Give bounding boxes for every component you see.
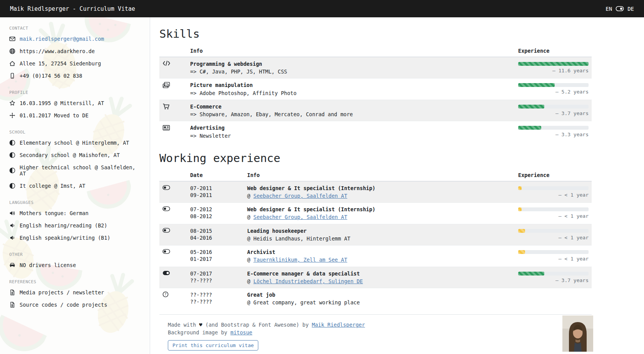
car-icon [9,262,15,268]
school-text: Higher technical school @ Saalfelden, AT [20,164,141,177]
experience-years: – < 1 year [518,213,589,219]
company-link[interactable]: Löchel Industriebedarf, Sulingen DE [253,278,363,284]
working-experience-table: Date Info Experience 07-2011 09-2011 Web… [159,169,592,309]
portrait-photo [562,316,593,352]
work-row: 08-2015 04-2016 Leading housekeeper @ He… [159,224,592,245]
watermelon-graphic [0,312,48,354]
language-switch[interactable]: EN DE [606,6,634,12]
email-link[interactable]: maik.riedlsperger@gmail.com [20,36,104,42]
background-credit-link[interactable]: mitosue [231,329,253,336]
work-row: 05-2016 01-2017 Archivist @ Tauernklinik… [159,245,592,267]
arrows-icon [9,112,15,119]
question-circle-icon: ? [162,291,169,297]
work-row: 07-2011 09-2011 Web designer & It specia… [159,181,592,203]
at-symbol: @ [247,299,250,306]
toggle-off-icon [162,206,170,212]
sidebar-section-references: REFERENCES Media projects / newsletter S… [9,279,141,311]
main-content: Skills Info Experience Programming & web… [150,17,644,354]
date-to: 04-2016 [190,234,241,241]
print-button[interactable]: Print this curriculum vitae [168,340,258,351]
experience-col-info: Info [244,169,515,181]
job-title: Leading housekeeper [247,227,512,234]
experience-years: – < 1 year [518,256,589,262]
company-link[interactable]: Seebacher Group, Saalfelden AT [253,214,347,220]
images-icon [162,82,170,88]
app-title: Maik Riedlsperger - Curriculum Vitae [10,5,135,12]
date-to: 01-2017 [190,255,241,262]
skills-col-experience: Experience [515,45,592,57]
skill-row-picture: Picture manipulation => Adobe Photoshop,… [159,78,592,100]
experience-bar [518,126,589,130]
file-icon [9,302,15,308]
experience-years: – 5.2 years [518,89,589,95]
sidebar-item-reference-media: Media projects / newsletter [9,286,141,299]
company-link[interactable]: Tauernklinikum, Zell am See AT [253,257,347,263]
at-symbol: @ [247,257,250,263]
company-link[interactable]: Seebacher Group, Saalfelden AT [253,193,347,199]
experience-bar [518,186,589,190]
sidebar-section-languages: LANGUAGES Mothers tongue: German English… [9,200,141,244]
adjust-icon [9,167,15,174]
author-link[interactable]: Maik Riedlsperger [312,322,365,328]
skill-title: Programming & webdesign [190,60,512,67]
footer: Made with ♥ (and Bootstrap & Font Awesom… [159,314,592,351]
sidebar-item-moved: 01.01.2017 Moved to DE [9,109,141,122]
skills-col-info: Info [187,45,515,57]
sidebar-section-contact: CONTACT maik.riedlsperger@gmail.com http… [9,26,141,82]
file-icon [9,289,15,296]
date-to: ??-???? [190,277,241,284]
experience-bar [518,83,589,87]
website-text: https://www.adarkhero.de [20,48,95,54]
experience-years: – 3.7 years [518,277,589,283]
sidebar-section-other: OTHER NO drivers license [9,252,141,271]
experience-col-experience: Experience [515,169,592,181]
reference-text: Media projects / newsletter [20,289,104,296]
drivers-license-text: NO drivers license [20,262,76,268]
skill-detail: => Shopware, Amazon, Ebay, Mercateo, Con… [190,111,512,118]
address-text: Allee 15, 27254 Siedenburg [20,60,101,67]
sidebar-section-title: SCHOOL [9,130,141,135]
language-text: English hearing/reading (B2) [20,222,107,229]
experience-bar [518,62,589,66]
job-title: E-Commerce manager & data specialist [247,270,512,277]
sidebar-item-reference-code: Source codes / code projects [9,299,141,311]
adjust-icon [9,152,15,158]
experience-bar [518,272,589,276]
skills-table: Info Experience Programming & webdesign … [159,45,592,142]
language-de-label[interactable]: DE [627,6,634,12]
skill-title: Picture manipulation [190,82,512,88]
sidebar: CONTACT maik.riedlsperger@gmail.com http… [0,17,150,354]
experience-years: – 3.7 years [518,110,589,116]
at-symbol: @ [247,193,250,199]
skill-detail: => Adobe Photoshop, Affinity Photo [190,90,512,97]
sidebar-item-lang-german: Mothers tongue: German [9,207,141,219]
sidebar-item-email[interactable]: maik.riedlsperger@gmail.com [9,33,141,45]
sidebar-section-profile: PROFILE 16.03.1995 @ Mittersill, AT 01.0… [9,90,141,122]
language-en-label[interactable]: EN [606,6,612,12]
birth-text: 16.03.1995 @ Mittersill, AT [20,100,104,106]
toggle-off-icon [162,185,170,190]
adjust-icon [9,140,15,146]
adjust-icon [9,183,15,189]
skill-detail: => Newsletter [190,132,512,139]
made-with-suffix: (and Bootstrap & Font Awesome) by [206,322,309,328]
sidebar-item-school-technical: Higher technical school @ Saalfelden, AT [9,161,141,180]
date-from: 05-2016 [190,249,241,255]
company-text: Great company, great working place [253,299,360,306]
date-from: ??-???? [190,291,241,298]
job-title: Great job [247,291,512,298]
skill-row-ecommerce: E-Commerce => Shopware, Amazon, Ebay, Me… [159,100,592,121]
sidebar-item-school-college: It college @ Imst, AT [9,180,141,192]
sidebar-item-school-secondary: Secondary school @ Maishofen, AT [9,149,141,161]
sidebar-item-birth: 16.03.1995 @ Mittersill, AT [9,97,141,109]
skill-row-advertising: Advertising => Newsletter – 3.3 years [159,121,592,142]
skill-title: Advertising [190,124,512,131]
job-title: Archivist [247,249,512,255]
star-icon [9,100,15,106]
background-credit-text: Background image by [168,329,227,336]
language-toggle-icon[interactable] [616,6,624,12]
work-row: ? ??-???? ??-???? Great job @ Great comp… [159,288,592,309]
date-from: 08-2015 [190,227,241,234]
sidebar-section-title: OTHER [9,252,141,257]
skills-heading: Skills [159,27,592,40]
